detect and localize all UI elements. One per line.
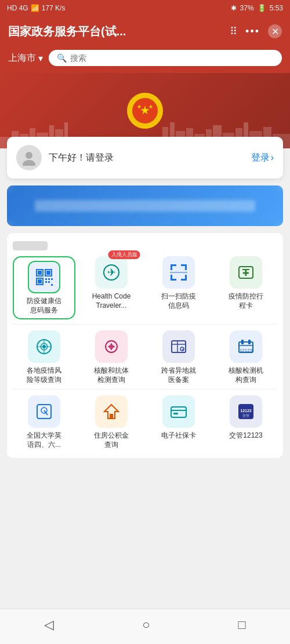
time-display: 5:53 (270, 4, 283, 12)
search-input[interactable] (70, 53, 274, 63)
nucleic-org-icon-wrap: 12123 (230, 330, 262, 363)
svg-rect-35 (48, 278, 50, 280)
health-code-label: 防疫健康信息码服务 (27, 297, 61, 315)
svg-rect-49 (185, 275, 187, 281)
service-item-traffic[interactable]: 12123 交管 交管12123 (215, 395, 277, 449)
home-button[interactable]: ○ (130, 615, 161, 635)
services-section: 防疫健康信息码服务 入境人员版 ✈ Health CodeTraveler... (7, 233, 283, 458)
login-button[interactable]: 登录 › (251, 152, 274, 164)
svg-text:✈: ✈ (107, 267, 116, 278)
cross-province-icon-wrap (162, 330, 195, 363)
national-emblem: ★ ★ ★ (125, 90, 165, 131)
service-item-cross-province[interactable]: 跨省异地就医备案 (147, 330, 210, 384)
svg-text:★: ★ (148, 104, 153, 110)
service-item-travel-card[interactable]: ✚ 疫情防控行程卡 (215, 256, 277, 319)
svg-rect-38 (48, 281, 50, 283)
dropdown-arrow-icon: ▾ (38, 53, 43, 64)
scan-qr-icon-wrap (162, 256, 195, 289)
network-icon: HD 4G (7, 4, 28, 12)
status-left: HD 4G 📶 177 K/s (7, 4, 65, 12)
svg-point-26 (26, 152, 32, 159)
grid-divider-1 (13, 324, 277, 325)
svg-rect-43 (171, 264, 172, 270)
travel-card-icon-wrap: ✚ (230, 256, 262, 289)
more-icon[interactable]: ••• (245, 26, 260, 38)
bluetooth-icon: ✱ (231, 4, 237, 12)
housing-fund-icon-wrap (95, 395, 128, 428)
social-security-icon-wrap (162, 395, 195, 428)
service-item-english-test[interactable]: 全国大学英语四、六... (13, 395, 75, 449)
location-text: 上海市 (8, 52, 36, 64)
service-item-social-security[interactable]: 电子社保卡 (147, 395, 210, 449)
svg-text:12123: 12123 (240, 348, 253, 353)
housing-fund-label: 住房公积金查询 (94, 431, 129, 449)
battery-icon: 🔋 (258, 4, 266, 12)
nucleic-test-label: 核酸和抗体检测查询 (94, 366, 129, 384)
travel-card-label: 疫情防控行程卡 (229, 292, 263, 310)
service-item-nucleic-org[interactable]: 12123 核酸检测机构查询 (215, 330, 277, 384)
battery-level: 37% (240, 4, 254, 12)
title-bar-actions: ⠿ ••• ✕ (230, 24, 282, 38)
services-grid-row2: 各地疫情风险等级查询 核酸和抗体检测查询 (13, 330, 277, 384)
svg-point-27 (23, 160, 35, 166)
grid-divider-2 (13, 389, 277, 390)
close-icon[interactable]: ✕ (268, 24, 282, 38)
recents-button[interactable]: □ (227, 615, 258, 635)
nucleic-org-label: 核酸检测机构查询 (229, 366, 263, 384)
svg-rect-33 (38, 279, 42, 283)
login-label: 登录 (251, 152, 270, 164)
svg-text:★: ★ (137, 104, 142, 110)
services-grid-row3: 全国大学英语四、六... 住房公积金查询 电子社保卡 (13, 395, 277, 449)
english-test-label: 全国大学英语四、六... (27, 431, 61, 449)
bottom-navigation: ◁ ○ □ (0, 609, 290, 644)
status-bar: HD 4G 📶 177 K/s ✱ 37% 🔋 5:53 (0, 0, 290, 16)
scan-qr-label: 扫一扫防疫信息码 (161, 292, 196, 310)
search-icon: 🔍 (57, 53, 67, 63)
search-input-wrap[interactable]: 🔍 (49, 50, 282, 66)
svg-rect-31 (46, 271, 50, 275)
title-bar: 国家政务服务平台(试... ⠿ ••• ✕ (0, 16, 290, 46)
svg-rect-45 (185, 264, 187, 270)
back-button[interactable]: ◁ (32, 615, 66, 635)
speed-text: 177 K/s (42, 4, 66, 12)
svg-rect-74 (171, 407, 186, 417)
svg-point-57 (42, 345, 46, 348)
traveler-label: Health CodeTraveler... (92, 292, 131, 310)
search-bar: 上海市 ▾ 🔍 (0, 46, 290, 73)
services-grid-row1: 防疫健康信息码服务 入境人员版 ✈ Health CodeTraveler... (13, 256, 277, 319)
svg-rect-37 (45, 281, 47, 283)
service-item-risk-level[interactable]: 各地疫情风险等级查询 (13, 330, 75, 384)
svg-rect-50 (170, 272, 187, 273)
nucleic-test-icon-wrap (95, 330, 128, 363)
service-item-nucleic-test[interactable]: 核酸和抗体检测查询 (80, 330, 143, 384)
blue-banner[interactable] (7, 185, 283, 226)
grid-icon[interactable]: ⠿ (230, 25, 237, 38)
section-label-blur (13, 241, 48, 250)
risk-level-icon-wrap (28, 330, 60, 363)
svg-rect-73 (110, 414, 113, 419)
svg-rect-69 (37, 405, 51, 419)
svg-rect-34 (45, 278, 47, 280)
location-selector[interactable]: 上海市 ▾ (8, 52, 43, 64)
svg-rect-67 (248, 340, 251, 344)
svg-rect-66 (241, 340, 244, 344)
badge-tag: 入境人员版 (108, 250, 140, 259)
greeting-text: 下午好！请登录 (49, 152, 251, 164)
status-right: ✱ 37% 🔋 5:53 (231, 4, 283, 12)
svg-rect-36 (51, 278, 53, 280)
svg-text:12123: 12123 (240, 409, 252, 413)
svg-rect-53 (242, 269, 249, 270)
risk-level-label: 各地疫情风险等级查询 (27, 366, 61, 384)
traveler-icon-wrap: 入境人员版 ✈ (95, 256, 128, 289)
cross-province-label: 跨省异地就医备案 (161, 366, 196, 384)
social-security-label: 电子社保卡 (161, 431, 196, 441)
bottom-spacer (0, 458, 290, 504)
app-title: 国家政务服务平台(试... (8, 24, 230, 39)
svg-rect-29 (38, 271, 42, 275)
service-item-housing-fund[interactable]: 住房公积金查询 (80, 395, 143, 449)
service-item-scan-qr[interactable]: 扫一扫防疫信息码 (147, 256, 210, 319)
traffic-icon-wrap: 12123 交管 (230, 395, 262, 428)
service-item-traveler[interactable]: 入境人员版 ✈ Health CodeTraveler... (80, 256, 143, 319)
service-item-health-code[interactable]: 防疫健康信息码服务 (13, 256, 75, 319)
svg-text:交管: 交管 (242, 413, 249, 417)
